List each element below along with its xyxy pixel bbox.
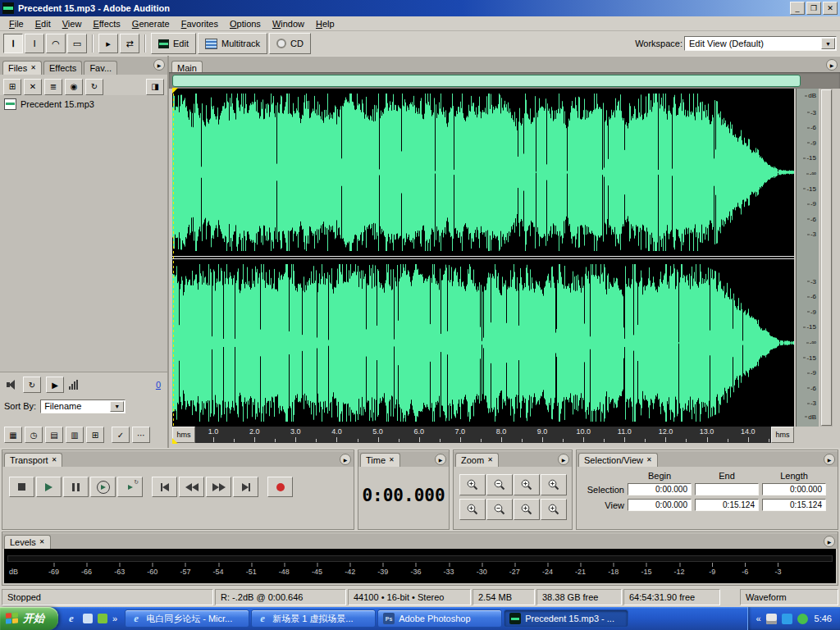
show-markers-button[interactable]: ⊞ xyxy=(86,427,104,443)
scrub-tool-button[interactable]: ▸ xyxy=(98,34,118,53)
quick-launch-icon[interactable] xyxy=(98,614,107,623)
insert-into-multitrack-button[interactable]: ≣ xyxy=(44,79,62,95)
taskbar-task-1[interactable]: e 电白同乡论坛 - Micr... xyxy=(125,609,249,628)
selection-end-field[interactable] xyxy=(695,483,759,495)
import-file-button[interactable]: ⊞ xyxy=(3,79,21,95)
mute-preview-icon[interactable] xyxy=(7,380,18,390)
insert-into-cd-button[interactable]: ◉ xyxy=(65,79,83,95)
time-tab-close-icon[interactable]: ✕ xyxy=(389,457,395,463)
time-tab[interactable]: Time ✕ xyxy=(360,453,400,467)
levels-meter[interactable]: dB -69-66-63-60-57-54-51-48-45-42-39-36-… xyxy=(4,549,836,583)
selection-begin-field[interactable]: 0:00.000 xyxy=(628,483,692,495)
move-tool-button[interactable]: ⇄ xyxy=(120,34,139,53)
hybrid-tool-button[interactable]: Ⅰ xyxy=(3,34,23,53)
waveform-display[interactable] xyxy=(172,89,794,427)
zoom-in-horizontal-button[interactable] xyxy=(459,474,486,495)
taskbar-task-2[interactable]: e 新场景 1 虚拟场景... xyxy=(251,609,376,628)
play-button[interactable] xyxy=(36,477,62,497)
lasso-tool-button[interactable]: ◠ xyxy=(46,34,66,53)
workspace-dropdown[interactable]: Edit View (Default) ▼ xyxy=(684,36,837,51)
show-audio-files-button[interactable]: ▦ xyxy=(4,427,22,443)
sort-by-dropdown-arrow-icon[interactable]: ▼ xyxy=(110,401,124,412)
zoom-panel-menu-button[interactable]: ▶ xyxy=(558,454,569,465)
preview-volume-value[interactable]: 0 xyxy=(156,380,161,390)
advanced-options-button[interactable]: ◨ xyxy=(146,79,164,95)
tab-files[interactable]: Files ✕ xyxy=(2,61,42,75)
menu-window[interactable]: Window xyxy=(267,18,310,30)
selection-view-tab[interactable]: Selection/View ✕ xyxy=(578,453,658,467)
input-method-icon[interactable] xyxy=(766,614,777,624)
tray-collapse-icon[interactable]: « xyxy=(756,614,760,623)
tab-favorites[interactable]: Fav... xyxy=(84,61,117,75)
sort-by-dropdown[interactable]: Filename ▼ xyxy=(40,399,126,413)
levels-panel-menu-button[interactable]: ▶ xyxy=(824,536,835,547)
zoom-tab[interactable]: Zoom ✕ xyxy=(455,453,499,467)
quick-launch-more-icon[interactable]: » xyxy=(112,614,117,623)
menu-generate[interactable]: Generate xyxy=(126,18,176,30)
rewind-button[interactable] xyxy=(179,477,204,497)
show-video-files-button[interactable]: ▤ xyxy=(45,427,63,443)
show-midi-files-button[interactable]: ▥ xyxy=(66,427,84,443)
zoom-out-vertical-button[interactable] xyxy=(486,499,513,520)
playback-cursor-top-marker[interactable] xyxy=(172,88,178,94)
minimize-button[interactable]: _ xyxy=(790,2,805,15)
play-from-cursor-button[interactable] xyxy=(90,477,116,497)
show-desktop-icon[interactable] xyxy=(83,614,93,623)
ruler-unit-right[interactable]: hms xyxy=(771,427,794,443)
menu-effects[interactable]: Effects xyxy=(87,18,126,30)
selection-view-panel-menu-button[interactable]: ▶ xyxy=(824,454,835,465)
close-file-button[interactable]: ✕ xyxy=(24,79,42,95)
edit-view-button[interactable]: Edit xyxy=(151,33,196,54)
view-end-field[interactable]: 0:15.124 xyxy=(695,499,759,511)
overview-track[interactable] xyxy=(169,72,840,89)
transport-panel-menu-button[interactable]: ▶ xyxy=(340,454,351,465)
zoom-tab-close-icon[interactable]: ✕ xyxy=(487,457,493,463)
playback-cursor-bottom-marker[interactable] xyxy=(172,438,178,444)
view-begin-field[interactable]: 0:00.000 xyxy=(628,499,692,511)
start-button[interactable]: 开始 xyxy=(0,607,58,630)
menu-options[interactable]: Options xyxy=(224,18,267,30)
tab-effects[interactable]: Effects xyxy=(43,61,82,75)
tab-files-close-icon[interactable]: ✕ xyxy=(30,65,36,71)
file-list-item[interactable]: Precedent 15.mp3 xyxy=(2,98,166,111)
time-panel-menu-button[interactable]: ▶ xyxy=(435,454,446,465)
main-panel-menu-button[interactable]: ▶ xyxy=(826,59,838,71)
close-button[interactable]: ✕ xyxy=(823,2,838,15)
file-list[interactable]: Precedent 15.mp3 xyxy=(0,95,167,372)
tray-status-icon[interactable] xyxy=(797,614,808,624)
vertical-scrollbar[interactable] xyxy=(820,89,833,427)
menu-view[interactable]: View xyxy=(57,18,88,30)
show-loop-files-button[interactable]: ◷ xyxy=(25,427,43,443)
zoom-full-button[interactable] xyxy=(541,474,567,495)
view-length-field[interactable]: 0:15.124 xyxy=(762,499,826,511)
cd-view-button[interactable]: CD xyxy=(269,33,311,54)
selection-view-tab-close-icon[interactable]: ✕ xyxy=(646,457,652,463)
transport-tab[interactable]: Transport ✕ xyxy=(4,453,62,467)
menu-file[interactable]: File xyxy=(3,18,30,30)
refresh-button[interactable]: ↻ xyxy=(85,79,103,95)
selection-length-field[interactable]: 0:00.000 xyxy=(762,483,826,495)
record-button[interactable] xyxy=(267,477,293,497)
transport-tab-close-icon[interactable]: ✕ xyxy=(52,457,57,463)
vertical-scrollbar-thumb[interactable] xyxy=(821,89,832,426)
options-button[interactable]: ⋯ xyxy=(132,427,150,443)
full-paths-button[interactable]: ✓ xyxy=(112,427,130,443)
taskbar-task-3[interactable]: Ps Adobe Photoshop xyxy=(377,609,502,628)
zoom-in-right-edge-button[interactable] xyxy=(541,499,567,520)
stop-button[interactable] xyxy=(9,477,34,497)
zoom-in-left-edge-button[interactable] xyxy=(514,499,540,520)
panel-menu-button[interactable]: ▶ xyxy=(153,59,165,71)
pause-button[interactable] xyxy=(63,477,89,497)
go-to-end-button[interactable] xyxy=(233,477,258,497)
timeline-ruler[interactable]: 14.013.012.011.010.09.08.07.06.05.04.03.… xyxy=(172,427,794,443)
marquee-tool-button[interactable]: ▭ xyxy=(67,34,87,53)
menu-edit[interactable]: Edit xyxy=(30,18,57,30)
go-to-beginning-button[interactable] xyxy=(152,477,177,497)
zoom-in-vertical-button[interactable] xyxy=(459,499,486,520)
menu-help[interactable]: Help xyxy=(310,18,340,30)
multitrack-view-button[interactable]: Multitrack xyxy=(198,33,267,54)
zoom-to-selection-button[interactable] xyxy=(514,474,540,495)
taskbar-task-4[interactable]: Precedent 15.mp3 - ... xyxy=(504,609,628,628)
levels-tab[interactable]: Levels ✕ xyxy=(4,535,51,549)
overview-bar[interactable] xyxy=(172,75,801,87)
